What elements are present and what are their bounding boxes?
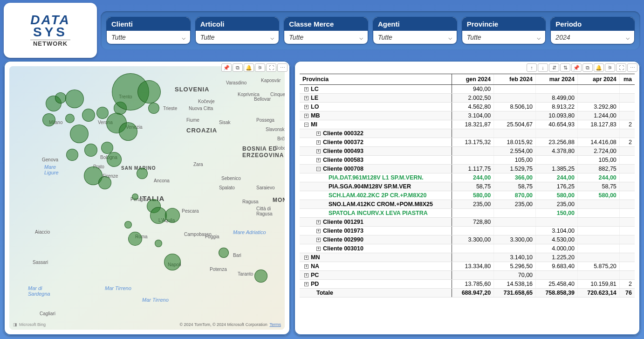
data-bubble[interactable] xyxy=(65,114,75,123)
expander-icon[interactable]: + xyxy=(304,273,308,277)
pin-icon[interactable]: 📌 xyxy=(571,63,582,72)
collapse-icon[interactable]: ⇅ xyxy=(560,63,570,72)
expander-icon[interactable]: − xyxy=(316,167,321,171)
expander-icon[interactable]: + xyxy=(304,264,308,269)
filter-classe-merce[interactable]: Classe MerceTutte⌵ xyxy=(284,17,368,44)
table-row[interactable]: +NA13.334,805.296,509.683,405.875,20 xyxy=(300,262,635,271)
filter-dropdown[interactable]: Tutte⌵ xyxy=(462,31,546,44)
data-bubble[interactable] xyxy=(65,90,84,108)
more-icon[interactable]: ⋯ xyxy=(627,63,637,72)
filter-agenti[interactable]: AgentiTutte⌵ xyxy=(373,17,457,44)
table-row[interactable]: −MI18.321,8725.504,6740.654,9318.127,832 xyxy=(300,120,635,129)
data-bubble[interactable] xyxy=(55,92,66,104)
data-bubble[interactable] xyxy=(70,125,89,143)
table-row[interactable]: +Cliente 00037213.175,3218.015,9223.256,… xyxy=(300,138,635,147)
data-bubble[interactable] xyxy=(132,194,138,200)
table-row[interactable]: SCH.LAM.402.2KC 2P CR.+P.M8X20580,00870,… xyxy=(300,191,635,200)
expander-icon[interactable]: + xyxy=(316,247,321,251)
data-bubble[interactable] xyxy=(137,80,161,104)
table-row[interactable]: +MB3.104,0010.093,801.244,00 xyxy=(300,111,635,120)
table-row[interactable]: −Cliente 0007081.117,751.529,751.385,258… xyxy=(300,165,635,173)
expander-icon[interactable]: + xyxy=(304,282,308,286)
filter-periodo[interactable]: Periodo2024⌵ xyxy=(550,17,635,44)
table-row[interactable]: +Cliente 001291728,80 xyxy=(300,218,635,227)
table-row[interactable]: SNO.LAM.412KC CROM.+POM.M8X25235,00235,0… xyxy=(300,200,635,209)
filter-icon[interactable]: ⚞ xyxy=(605,63,615,72)
data-bubble[interactable] xyxy=(148,103,159,114)
copy-icon[interactable]: ⧉ xyxy=(582,63,593,72)
data-bubble[interactable] xyxy=(96,107,109,119)
expander-icon[interactable]: + xyxy=(316,158,321,162)
data-bubble[interactable] xyxy=(165,208,180,223)
filter-icon[interactable]: ⚞ xyxy=(255,63,265,72)
map[interactable]: ITALIASLOVENIACROAZIABOSNIA EDERZEGOVINA… xyxy=(9,66,285,330)
table-row[interactable]: +Cliente 0004932.554,004.378,802.724,00 xyxy=(300,147,635,156)
expander-icon[interactable]: + xyxy=(316,131,321,136)
data-bubble[interactable] xyxy=(128,232,142,246)
data-bubble[interactable] xyxy=(254,270,267,283)
col-header[interactable]: mar 2024 xyxy=(536,74,578,85)
table-row[interactable]: +Cliente 000583105,00105,00 xyxy=(300,156,635,165)
more-icon[interactable]: ⋯ xyxy=(277,63,288,72)
focus-icon[interactable]: ⛶ xyxy=(616,63,626,72)
table-row[interactable]: +PD13.785,6014.538,1625.458,4010.159,812 xyxy=(300,280,635,289)
expander-icon[interactable]: + xyxy=(304,105,308,109)
table-row[interactable]: +LC940,00 xyxy=(300,85,635,94)
pin-icon[interactable]: 📌 xyxy=(221,63,232,72)
expander-icon[interactable]: + xyxy=(316,220,321,224)
table-row[interactable]: PIA.DAT.961M128V L1 SP.M.VERN.244,00366,… xyxy=(300,173,635,182)
filter-dropdown[interactable]: Tutte⌵ xyxy=(373,31,457,44)
data-bubble[interactable] xyxy=(119,122,137,141)
data-bubble[interactable] xyxy=(219,248,229,258)
map-terms-link[interactable]: Terms xyxy=(270,322,281,327)
expander-icon[interactable]: + xyxy=(304,114,308,118)
filter-dropdown[interactable]: 2024⌵ xyxy=(551,31,634,44)
filter-provincie[interactable]: ProvincieTutte⌵ xyxy=(462,17,546,44)
table-row[interactable]: +Cliente 0029903.300,003.300,004.530,00 xyxy=(300,235,635,244)
table-row[interactable]: PIA.SGA.904M128V SP.M.VER58,7558,75176,2… xyxy=(300,182,635,191)
drill-down-icon[interactable]: ↓ xyxy=(538,63,548,72)
data-bubble[interactable] xyxy=(150,207,167,224)
drill-up-icon[interactable]: ↑ xyxy=(527,63,537,72)
bell-icon[interactable]: 🔔 xyxy=(594,63,604,72)
expander-icon[interactable]: + xyxy=(304,96,308,100)
table-row[interactable]: +PC70,00 xyxy=(300,271,635,280)
data-bubble[interactable] xyxy=(84,144,97,157)
expander-icon[interactable]: + xyxy=(304,87,308,91)
expand-all-icon[interactable]: ⇵ xyxy=(549,63,559,72)
data-bubble[interactable] xyxy=(107,152,122,167)
table-row[interactable]: SPATOLA INCURV.X LEVA PIASTRA150,00 xyxy=(300,209,635,218)
filter-articoli[interactable]: ArticoliTutte⌵ xyxy=(195,17,280,44)
table-row[interactable]: +Cliente 0030104.000,00 xyxy=(300,244,635,253)
table-row[interactable]: +MN3.140,101.225,20 xyxy=(300,253,635,262)
table-row[interactable]: +LE2.002,508.499,00 xyxy=(300,94,635,103)
data-bubble[interactable] xyxy=(98,176,111,189)
col-header[interactable]: ma xyxy=(619,74,635,85)
col-header[interactable]: feb 2024 xyxy=(494,74,536,85)
col-header[interactable]: gen 2024 xyxy=(452,74,494,85)
filter-dropdown[interactable]: Tutte⌵ xyxy=(196,31,279,44)
table-row[interactable]: +Cliente 000322 xyxy=(300,129,635,138)
data-bubble[interactable] xyxy=(137,168,148,179)
bell-icon[interactable]: 🔔 xyxy=(244,63,254,72)
table-row[interactable]: +LO4.562,808.506,108.913,223.292,80 xyxy=(300,103,635,111)
expander-icon[interactable]: + xyxy=(316,229,321,233)
col-header-provincia[interactable]: Provincia xyxy=(300,74,452,85)
data-bubble[interactable] xyxy=(124,221,132,228)
copy-icon[interactable]: ⧉ xyxy=(233,63,243,72)
filter-dropdown[interactable]: Tutte⌵ xyxy=(284,31,368,44)
expander-icon[interactable]: + xyxy=(316,149,321,153)
expander-icon[interactable]: + xyxy=(316,140,321,145)
filter-clienti[interactable]: ClientiTutte⌵ xyxy=(106,17,191,44)
focus-icon[interactable]: ⛶ xyxy=(266,63,276,72)
data-bubble[interactable] xyxy=(155,240,162,247)
data-bubble[interactable] xyxy=(164,254,181,270)
pivot-table[interactable]: Provinciagen 2024feb 2024mar 2024apr 202… xyxy=(300,74,635,297)
expander-icon[interactable]: + xyxy=(316,238,321,242)
filter-dropdown[interactable]: Tutte⌵ xyxy=(107,31,190,44)
table-row[interactable]: +Cliente 0019733.104,00 xyxy=(300,227,635,235)
col-header[interactable]: apr 2024 xyxy=(577,74,619,85)
data-bubble[interactable] xyxy=(82,109,95,122)
expander-icon[interactable]: + xyxy=(304,256,308,260)
expander-icon[interactable]: − xyxy=(304,123,308,127)
